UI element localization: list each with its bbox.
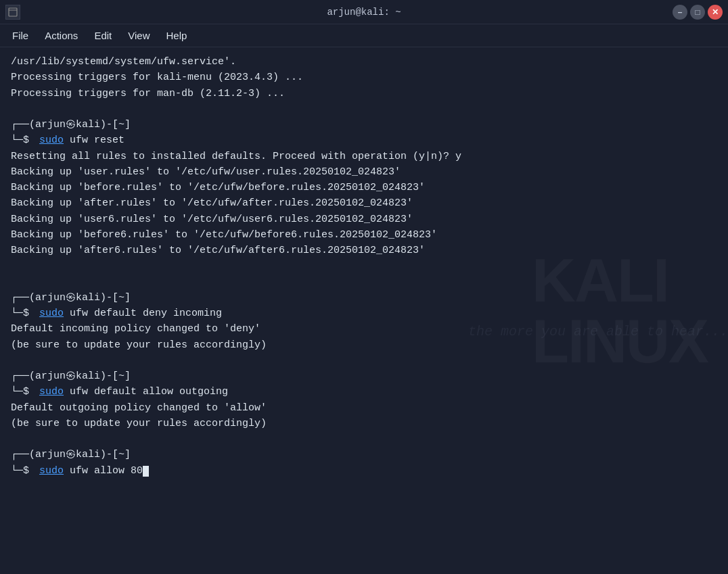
output-line: (be sure to update your rules accordingl… <box>11 416 717 431</box>
menu-edit[interactable]: Edit <box>87 27 118 44</box>
output-line: Resetting all rules to installed default… <box>11 149 717 164</box>
output-line: Default outgoing policy changed to 'allo… <box>11 400 717 416</box>
output-line: Backing up 'before6.rules' to '/etc/ufw/… <box>11 227 717 243</box>
output-line: Processing triggers for kali-menu (2023.… <box>11 70 717 85</box>
maximize-button[interactable]: □ <box>690 5 705 20</box>
output-line: Backing up 'before.rules' to '/etc/ufw/b… <box>11 180 717 195</box>
prompt-command-active[interactable]: └─$ sudo ufw allow 80 <box>11 463 717 479</box>
terminal-window-icon <box>5 5 20 20</box>
prompt-command: └─$ sudo ufw default allow outgoing <box>11 384 717 400</box>
empty-line <box>11 258 717 274</box>
svg-rect-0 <box>9 8 17 16</box>
empty-line <box>11 101 717 117</box>
prompt-block: ┌──(arjun㉿kali)-[~] └─$ sudo ufw default… <box>11 290 717 322</box>
output-line: /usr/lib/systemd/system/ufw.service'. <box>11 54 717 70</box>
prompt-block-active: ┌──(arjun㉿kali)-[~] └─$ sudo ufw allow 8… <box>11 447 717 479</box>
prompt-block: ┌──(arjun㉿kali)-[~] └─$ sudo ufw reset <box>11 117 717 149</box>
empty-line <box>11 431 717 447</box>
close-button[interactable]: ✕ <box>708 5 723 20</box>
prompt-header: ┌──(arjun㉿kali)-[~] <box>11 290 717 306</box>
menu-view[interactable]: View <box>121 27 156 44</box>
prompt-command: └─$ sudo ufw reset <box>11 133 717 148</box>
window-title: arjun@kali: ~ <box>327 7 401 18</box>
prompt-header: ┌──(arjun㉿kali)-[~] <box>11 447 717 462</box>
output-line: (be sure to update your rules accordingl… <box>11 337 717 353</box>
prompt-block: ┌──(arjun㉿kali)-[~] └─$ sudo ufw default… <box>11 368 717 400</box>
minimize-button[interactable]: – <box>673 5 687 20</box>
empty-line <box>11 274 717 290</box>
terminal-cursor <box>143 466 149 477</box>
prompt-header: ┌──(arjun㉿kali)-[~] <box>11 117 717 133</box>
empty-line <box>11 353 717 368</box>
output-line: Backing up 'user.rules' to '/etc/ufw/use… <box>11 164 717 180</box>
menu-help[interactable]: Help <box>159 27 194 44</box>
window-controls: – □ ✕ <box>673 5 723 20</box>
menu-file[interactable]: File <box>5 27 35 44</box>
output-line: Processing triggers for man-db (2.11.2-3… <box>11 86 717 101</box>
output-line: Backing up 'user6.rules' to '/etc/ufw/us… <box>11 212 717 227</box>
title-bar: arjun@kali: ~ – □ ✕ <box>0 0 728 24</box>
output-line: Backing up 'after6.rules' to '/etc/ufw/a… <box>11 243 717 258</box>
output-line: Default incoming policy changed to 'deny… <box>11 321 717 337</box>
prompt-command: └─$ sudo ufw default deny incoming <box>11 306 717 321</box>
output-line: Backing up 'after.rules' to '/etc/ufw/af… <box>11 195 717 211</box>
menu-actions[interactable]: Actions <box>38 27 85 44</box>
prompt-header: ┌──(arjun㉿kali)-[~] <box>11 368 717 384</box>
terminal-output[interactable]: KALILINUX the more you are able to hear.… <box>0 47 728 574</box>
menu-bar: File Actions Edit View Help <box>0 24 728 47</box>
